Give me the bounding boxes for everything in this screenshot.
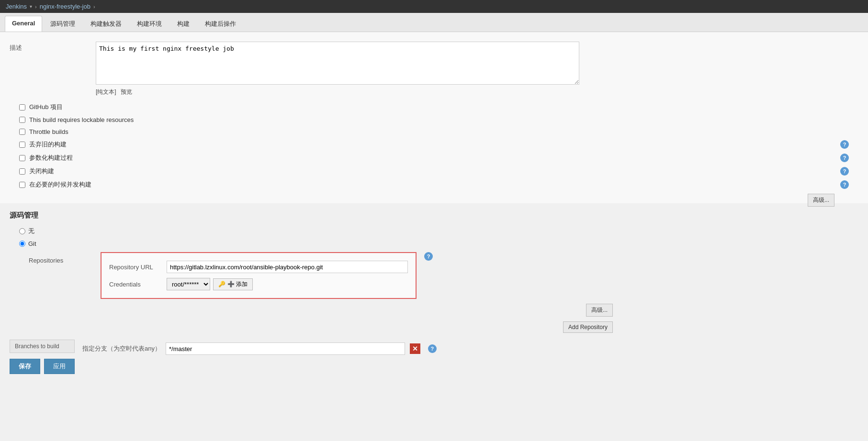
- branch-specifier-label: 指定分支（为空时代表any）: [82, 344, 161, 353]
- repo-url-label: Repository URL: [109, 264, 167, 271]
- description-label: 描述: [10, 42, 96, 52]
- branch-help-icon[interactable]: ?: [428, 344, 437, 353]
- throttle-checkbox[interactable]: [19, 129, 25, 135]
- git-right-actions: ? 高级... Add Repository: [421, 252, 613, 333]
- git-box: Repository URL Credentials root/****** 🔑…: [101, 252, 417, 299]
- delete-branch-btn[interactable]: ✕: [410, 343, 420, 354]
- general-section: 描述 This is my first nginx freestyle job …: [0, 32, 868, 203]
- credentials-select[interactable]: root/******: [167, 278, 210, 290]
- parameterized-checkbox[interactable]: [19, 155, 25, 161]
- github-checkbox[interactable]: [19, 104, 25, 110]
- tab-bar: General 源码管理 构建触发器 构建环境 构建 构建后操作: [0, 13, 868, 32]
- checkbox-lockable: This build requires lockable resources: [10, 116, 858, 123]
- breadcrumb-sep2: ›: [93, 4, 95, 10]
- scm-title: 源码管理: [10, 211, 858, 220]
- lockable-label: This build requires lockable resources: [29, 116, 134, 123]
- branch-specifier-area: 指定分支（为空时代表any） ✕ ?: [82, 340, 858, 355]
- parameterized-label: 参数化构建过程: [29, 154, 73, 162]
- branch-specifier-input[interactable]: [166, 342, 405, 355]
- scm-git-radio[interactable]: [19, 241, 25, 247]
- add-repository-btn[interactable]: Add Repository: [563, 321, 613, 333]
- checkbox-parameterized: 参数化构建过程 ?: [10, 154, 858, 162]
- plain-text-link[interactable]: [纯文本]: [96, 88, 116, 95]
- tab-triggers[interactable]: 构建触发器: [83, 16, 129, 32]
- add-btn-label: ➕ 添加: [227, 280, 248, 288]
- tab-post[interactable]: 构建后操作: [198, 16, 243, 32]
- bottom-buttons: 保存 应用: [10, 359, 75, 374]
- checkbox-github: GitHub 项目: [10, 103, 858, 111]
- repos-help-icon[interactable]: ?: [424, 252, 433, 261]
- branches-label: Branches to build: [15, 343, 59, 350]
- disable-label: 关闭构建: [29, 167, 54, 176]
- lockable-checkbox[interactable]: [19, 117, 25, 123]
- checkbox-discard: 丢弃旧的构建 ?: [10, 140, 858, 149]
- repositories-label: Repositories: [29, 252, 91, 264]
- checkbox-disable: 关闭构建 ?: [10, 167, 858, 176]
- repo-url-row: Repository URL: [109, 261, 408, 273]
- add-icon: 🔑: [218, 281, 225, 287]
- discard-checkbox[interactable]: [19, 142, 25, 148]
- job-link[interactable]: nginx-freestyle-job: [40, 3, 90, 10]
- credentials-label: Credentials: [109, 281, 167, 288]
- disable-checkbox[interactable]: [19, 168, 25, 175]
- checkbox-concurrent: 在必要的时候并发构建 ?: [10, 180, 858, 189]
- git-action-buttons: 高级... Add Repository: [421, 301, 613, 333]
- scm-none-label: 无: [28, 227, 34, 235]
- scm-none-radio[interactable]: [19, 228, 25, 234]
- repo-url-input[interactable]: [167, 261, 408, 273]
- tab-general[interactable]: General: [5, 16, 42, 32]
- tab-build[interactable]: 构建: [170, 16, 197, 32]
- discard-label: 丢弃旧的构建: [29, 140, 67, 149]
- throttle-label: Throttle builds: [29, 128, 68, 135]
- parameterized-help-icon[interactable]: ?: [840, 154, 849, 162]
- branches-label-box: Branches to build: [10, 340, 75, 353]
- topbar: Jenkins ▾ › nginx-freestyle-job ›: [0, 0, 868, 13]
- concurrent-label: 在必要的时候并发构建: [29, 180, 91, 189]
- scm-none-row: 无: [10, 227, 858, 235]
- repos-advanced-btn[interactable]: 高级...: [586, 304, 613, 317]
- add-credentials-btn[interactable]: 🔑 ➕ 添加: [213, 278, 253, 290]
- scm-git-row: Git: [10, 240, 858, 247]
- branches-left: Branches to build 保存 应用: [10, 340, 75, 374]
- github-label: GitHub 项目: [29, 103, 63, 111]
- tab-scm[interactable]: 源码管理: [43, 16, 82, 32]
- concurrent-help-icon[interactable]: ?: [840, 180, 849, 189]
- scm-git-label: Git: [28, 240, 36, 247]
- description-field-row: 描述 This is my first nginx freestyle job …: [10, 42, 858, 96]
- general-advanced-btn[interactable]: 高级...: [808, 194, 834, 207]
- credentials-row: Credentials root/****** 🔑 ➕ 添加: [109, 278, 408, 290]
- branches-section: Branches to build 保存 应用 指定分支（为空时代表any） ✕…: [10, 340, 858, 374]
- description-field-content: This is my first nginx freestyle job [纯文…: [96, 42, 858, 96]
- jenkins-dropdown-icon[interactable]: ▾: [30, 4, 32, 9]
- description-textarea[interactable]: This is my first nginx freestyle job: [96, 42, 579, 85]
- concurrent-checkbox[interactable]: [19, 182, 25, 188]
- tab-env[interactable]: 构建环境: [130, 16, 169, 32]
- checkbox-throttle: Throttle builds: [10, 128, 858, 135]
- description-links: [纯文本] 预览: [96, 88, 858, 96]
- scm-section: 源码管理 无 Git Repositories Repository URL: [0, 203, 868, 384]
- save-button[interactable]: 保存: [10, 359, 40, 374]
- git-config-area: Repositories Repository URL Credentials …: [29, 252, 858, 333]
- jenkins-link[interactable]: Jenkins: [6, 3, 27, 10]
- apply-button[interactable]: 应用: [44, 359, 75, 374]
- disable-help-icon[interactable]: ?: [840, 167, 849, 176]
- discard-help-icon[interactable]: ?: [840, 140, 849, 149]
- preview-link[interactable]: 预览: [121, 88, 132, 95]
- breadcrumb-sep1: ›: [35, 4, 37, 10]
